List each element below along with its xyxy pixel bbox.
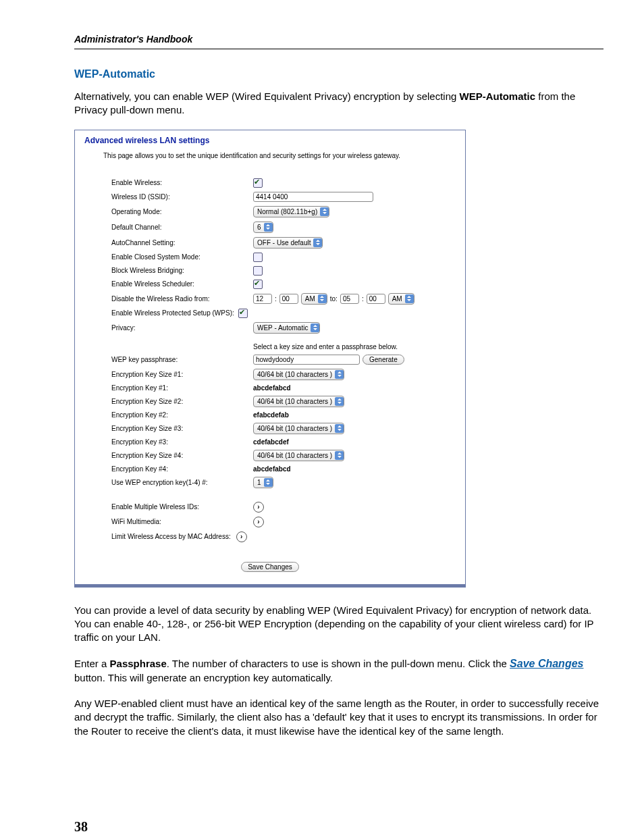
chevron-updown-icon	[311, 323, 319, 332]
note-keysize: Select a key size and enter a passphrase…	[253, 343, 398, 350]
label-size3: Encryption Key Size #3:	[111, 425, 253, 432]
checkbox-closed[interactable]	[253, 253, 263, 262]
label-closed: Enable Closed System Mode:	[111, 253, 253, 261]
label-op-mode: Operating Mode:	[111, 208, 253, 215]
select-op-mode[interactable]: Normal (802.11b+g)	[253, 206, 329, 217]
select-def-channel-value: 6	[257, 224, 261, 231]
label-key2: Encryption Key #2:	[111, 411, 253, 419]
select-autochan-value: OFF - Use default	[257, 239, 311, 246]
para2-e: button. This will generate an encryption…	[74, 672, 333, 683]
chevron-updown-icon	[264, 223, 273, 232]
input-ssid[interactable]	[253, 192, 373, 202]
para2-b: Passphrase	[110, 658, 167, 669]
label-key1: Encryption Key #1:	[111, 384, 253, 392]
value-key3: cdefabcdef	[253, 438, 289, 446]
label-key4: Encryption Key #4:	[111, 465, 253, 473]
select-size4[interactable]: 40/64 bit (10 characters )	[253, 450, 344, 461]
expand-wmm-button[interactable]	[253, 517, 264, 527]
chevron-updown-icon	[405, 294, 414, 303]
intro-bold: WEP-Automatic	[460, 90, 536, 102]
select-usekey[interactable]: 1	[253, 477, 273, 488]
chevron-updown-icon	[313, 238, 322, 247]
para2-a: Enter a	[74, 658, 110, 669]
value-key2: efabcdefab	[253, 411, 289, 419]
label-enable-wireless: Enable Wireless:	[111, 179, 253, 186]
chevron-updown-icon	[264, 478, 273, 487]
save-changes-link[interactable]: Save Changes	[510, 658, 583, 669]
intro-text-a: Alternatively, you can enable WEP (Wired…	[74, 90, 460, 102]
running-head: Administrator's Handbook	[74, 34, 603, 45]
label-size1: Encryption Key Size #1:	[111, 371, 253, 378]
checkbox-enable-wireless[interactable]	[253, 178, 263, 188]
input-to-min[interactable]	[367, 294, 385, 304]
label-usekey: Use WEP encryption key(1-4) #:	[111, 479, 253, 486]
select-size4-value: 40/64 bit (10 characters )	[257, 452, 332, 459]
select-size2-value: 40/64 bit (10 characters )	[257, 398, 332, 405]
label-disable-from: Disable the Wireless Radio from:	[111, 295, 253, 303]
label-privacy: Privacy:	[111, 324, 253, 332]
value-key4: abcdefabcd	[253, 465, 291, 473]
chevron-updown-icon	[320, 207, 329, 216]
select-def-channel[interactable]: 6	[253, 221, 273, 233]
select-from-ampm-value: AM	[305, 295, 315, 303]
chevron-updown-icon	[335, 397, 344, 406]
panel-desc: This page allows you to set the unique i…	[103, 152, 456, 159]
select-size3-value: 40/64 bit (10 characters )	[257, 425, 332, 432]
value-key1: abcdefabcd	[253, 384, 291, 392]
expand-mac-button[interactable]	[236, 531, 247, 542]
page-number: 38	[74, 819, 603, 834]
chevron-updown-icon	[335, 424, 344, 433]
select-autochan[interactable]: OFF - Use default	[253, 237, 323, 249]
para3: Any WEP-enabled client must have an iden…	[74, 697, 603, 738]
select-size3[interactable]: 40/64 bit (10 characters )	[253, 423, 344, 434]
panel-title: Advanced wireless LAN settings	[84, 136, 456, 145]
generate-button[interactable]: Generate	[363, 355, 404, 365]
select-to-ampm[interactable]: AM	[388, 293, 414, 305]
select-from-ampm[interactable]: AM	[301, 293, 327, 305]
label-def-channel: Default Channel:	[111, 224, 253, 231]
chevron-updown-icon	[335, 451, 344, 460]
input-from-min[interactable]	[279, 294, 298, 304]
save-changes-button[interactable]: Save Changes	[241, 562, 299, 572]
select-size2[interactable]: 40/64 bit (10 characters )	[253, 396, 344, 407]
chevron-updown-icon	[335, 370, 344, 379]
para2-c: . The number of characters to use is sho…	[167, 658, 510, 669]
label-size2: Encryption Key Size #2:	[111, 398, 253, 405]
form-area: Enable Wireless: Wireless ID (SSID): Ope…	[111, 178, 456, 542]
intro-paragraph: Alternatively, you can enable WEP (Wired…	[74, 90, 603, 118]
para2: Enter a Passphrase. The number of charac…	[74, 656, 603, 685]
label-size4: Encryption Key Size #4:	[111, 452, 253, 459]
label-key3: Encryption Key #3:	[111, 438, 253, 446]
label-wps: Enable Wireless Protected Setup (WPS):	[111, 309, 234, 317]
label-scheduler: Enable Wireless Scheduler:	[111, 280, 253, 288]
select-usekey-value: 1	[257, 479, 261, 486]
select-to-ampm-value: AM	[392, 295, 402, 303]
checkbox-wps[interactable]	[238, 309, 248, 318]
section-title: WEP-Automatic	[74, 68, 603, 80]
input-from-hour[interactable]	[253, 294, 272, 304]
settings-panel: Advanced wireless LAN settings This page…	[74, 130, 466, 588]
header-rule	[74, 49, 603, 49]
label-bridge: Block Wireless Bridging:	[111, 267, 253, 274]
expand-multi-button[interactable]	[253, 502, 264, 513]
select-size1[interactable]: 40/64 bit (10 characters )	[253, 369, 344, 380]
select-privacy-value: WEP - Automatic	[257, 324, 308, 332]
checkbox-scheduler[interactable]	[253, 280, 263, 289]
label-mac: Limit Wireless Access by MAC Address:	[111, 533, 231, 540]
select-privacy[interactable]: WEP - Automatic	[253, 322, 320, 334]
label-to: to:	[330, 295, 338, 303]
input-to-hour[interactable]	[340, 294, 359, 304]
label-ssid: Wireless ID (SSID):	[111, 193, 253, 201]
input-passphrase[interactable]	[253, 355, 360, 365]
label-multi: Enable Multiple Wireless IDs:	[111, 503, 253, 511]
para1: You can provide a level of data security…	[74, 604, 603, 645]
select-size1-value: 40/64 bit (10 characters )	[257, 371, 332, 378]
save-row: Save Changes	[84, 560, 456, 572]
label-autochan: AutoChannel Setting:	[111, 239, 253, 246]
label-passphrase: WEP key passphrase:	[111, 356, 253, 363]
chevron-updown-icon	[318, 294, 327, 303]
checkbox-bridge[interactable]	[253, 266, 263, 276]
label-wmm: WiFi Multimedia:	[111, 518, 253, 525]
select-op-mode-value: Normal (802.11b+g)	[257, 208, 317, 215]
